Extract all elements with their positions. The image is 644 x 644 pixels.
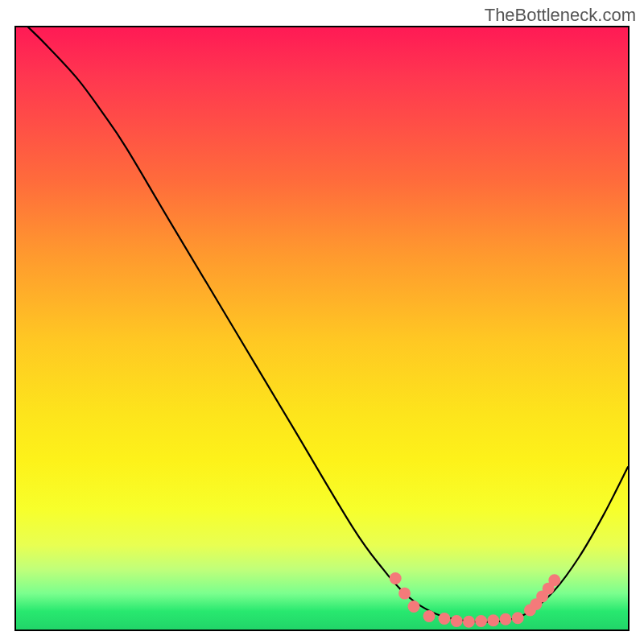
marker-dot — [500, 613, 512, 625]
marker-dot — [423, 610, 436, 622]
marker-dot — [475, 615, 487, 627]
marker-dot — [408, 601, 420, 613]
bottleneck-curve — [28, 27, 628, 622]
marker-dot — [487, 614, 499, 626]
marker-dot — [548, 574, 560, 586]
chart-container: TheBottleneck.com — [0, 0, 644, 644]
curve-svg — [16, 27, 628, 630]
marker-dot — [463, 616, 475, 628]
marker-dot — [439, 613, 451, 625]
plot-area — [14, 26, 630, 631]
markers-group — [390, 572, 561, 628]
marker-dot — [390, 572, 402, 584]
marker-dot — [451, 615, 463, 627]
attribution-text: TheBottleneck.com — [485, 5, 636, 26]
marker-dot — [512, 612, 524, 624]
marker-dot — [398, 588, 411, 600]
